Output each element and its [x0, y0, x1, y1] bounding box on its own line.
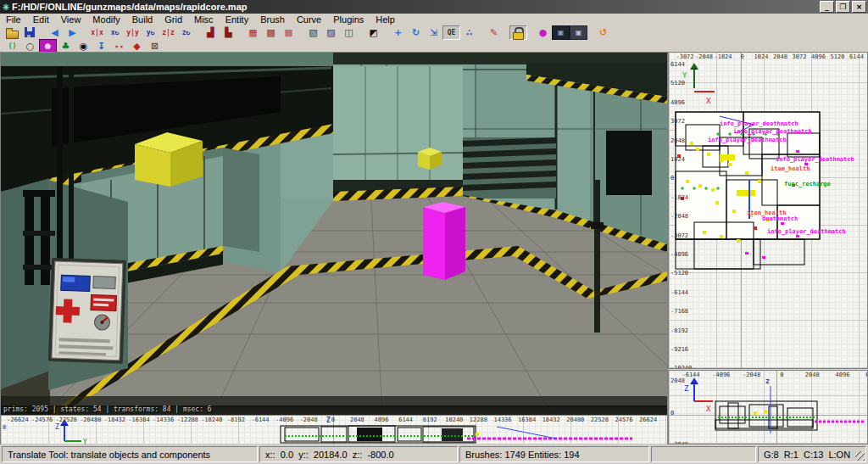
axis-label-z: Z [55, 423, 59, 431]
menu-item[interactable]: Brush [254, 14, 291, 25]
toolbar-row-2: ()○●♣◉↧▸◂◆⊠ [0, 40, 868, 52]
resize-tool-button[interactable]: ⇲ [425, 25, 442, 40]
csg-subtract-button[interactable]: ▟ [202, 25, 220, 40]
shader-edit-button[interactable]: ▣ [552, 25, 570, 40]
toolbar-separator [587, 26, 594, 39]
texture-lock-button[interactable] [509, 25, 527, 40]
menu-item[interactable]: Edit [27, 14, 55, 25]
window-controls: _❐× [820, 1, 868, 13]
translate-tool-button[interactable]: + [389, 25, 407, 40]
side-2d-view[interactable]: Z X z -6144-4096-20480204840966144 [668, 370, 868, 444]
title-bar: ✳ F:/HD/F/ONLINE/gunzmaps/data/maps/rapi… [0, 0, 868, 14]
entity-label-layer: info_player_deathmatchinfo_player_deathm… [669, 53, 867, 368]
selection-block-button[interactable]: ■ [280, 25, 298, 40]
toolbar-separator [527, 26, 534, 39]
status-spare [651, 446, 756, 462]
toolbar-separator [298, 26, 304, 39]
toolbar-separator [358, 26, 364, 39]
status-coordinates: x:: 0.0 y:: 20184.0 z:: -800.0 [259, 446, 458, 462]
close-button[interactable]: × [852, 1, 866, 13]
clip-diamond-button[interactable]: ◆ [128, 39, 146, 53]
entity-label: info_player_deathmatch [720, 120, 798, 127]
entity-label: deathmatch [762, 215, 798, 222]
undo-button[interactable]: ◀ [46, 25, 64, 40]
menu-item[interactable]: Curve [291, 14, 327, 25]
flip-x-button[interactable]: x|x [88, 25, 106, 40]
toolbar-separator [503, 26, 509, 39]
menu-item[interactable]: Entity [220, 14, 255, 25]
entity-label: info_player_deathmatch [733, 128, 812, 135]
menu-item[interactable]: File [0, 14, 27, 25]
rotate-tool-button[interactable]: ↻ [407, 25, 425, 40]
menu-item[interactable]: Plugins [327, 14, 370, 25]
axis-label-y: Y [83, 439, 87, 444]
noclip-button[interactable]: ⊠ [146, 39, 164, 53]
z-axis-marker: z [765, 377, 770, 385]
view-cube-xy-button[interactable]: ▧ [304, 25, 322, 40]
scale-tool-button[interactable]: ∴ [460, 25, 478, 40]
menu-bar: FileEditViewModifyBuildGridMiscEntityBru… [0, 14, 868, 25]
camera-viewport[interactable]: prims: 2095 | states: 54 | transforms: 8… [0, 52, 668, 416]
entity-label: info_player_deathmatch [767, 228, 846, 235]
entity-label: item_health [771, 165, 810, 172]
toolbar-separator [81, 26, 88, 39]
bottom-view-map: Z Y [1, 416, 667, 444]
select-touching-button[interactable]: ▦ [244, 25, 262, 40]
menu-item[interactable]: Grid [159, 14, 188, 25]
z-axis-marker: Z [326, 416, 331, 424]
curve-swirl-button[interactable]: ↺ [594, 25, 612, 40]
select-inside-button[interactable]: ▩ [262, 25, 280, 40]
entity-label: func_recharge [784, 181, 831, 187]
model-browser-button[interactable]: ♣ [57, 39, 75, 53]
axis-label-z: Z [684, 384, 689, 393]
toolbar-separator [195, 26, 202, 39]
status-bar: Translate Tool: translate objects and co… [0, 444, 868, 464]
vertex-mode-button[interactable]: ○ [21, 39, 39, 53]
bottom-2d-view[interactable]: Z Y Z -26624-24576-22528-20480-18432-163… [0, 415, 668, 445]
rotate-z-button[interactable]: z↻ [177, 25, 195, 40]
status-tool: Translate Tool: translate objects and co… [2, 446, 258, 462]
entity-label: info_player_deathmatch [776, 156, 854, 163]
view-cube-xz-button[interactable]: ▨ [322, 25, 340, 40]
view-cube-yz-button[interactable]: ◫ [340, 25, 358, 40]
mirror-split-button[interactable]: ▸◂ [110, 39, 128, 53]
save-button[interactable] [21, 25, 39, 40]
window-title: F:/HD/F/ONLINE/gunzmaps/data/maps/rapidc… [12, 2, 820, 12]
redo-button[interactable]: ▶ [64, 25, 81, 40]
media-browser-button[interactable]: ▣ [570, 25, 587, 40]
patch-toggle-button[interactable]: () [3, 39, 21, 53]
toolbar-separator [237, 26, 244, 39]
axis-label-x: X [706, 405, 711, 413]
render-stats: prims: 2095 | states: 54 | transforms: 8… [3, 405, 212, 413]
application-window: ✳ F:/HD/F/ONLINE/gunzmaps/data/maps/rapi… [0, 0, 868, 464]
rotate-y-button[interactable]: y↻ [142, 25, 159, 40]
entity-label: info_player_deathmatch [708, 137, 787, 143]
toolbar-separator [39, 26, 46, 39]
app-icon: ✳ [0, 3, 12, 12]
flip-y-button[interactable]: y|y [124, 25, 142, 40]
menu-item[interactable]: Misc [188, 14, 220, 25]
open-file-button[interactable] [3, 25, 21, 40]
drop-entity-button[interactable]: ↧ [92, 39, 110, 53]
menu-item[interactable]: Modify [86, 14, 125, 25]
menu-item[interactable]: Build [126, 14, 159, 25]
menu-item[interactable]: Help [370, 14, 401, 25]
camera-inspector-button[interactable]: ◉ [75, 39, 92, 53]
main-area: prims: 2095 | states: 54 | transforms: 8… [0, 52, 868, 415]
flip-z-button[interactable]: z|z [159, 25, 177, 40]
right-panel: Y X [668, 52, 868, 444]
brush-paint-button[interactable]: ✎ [485, 25, 503, 40]
csg-merge-button[interactable]: ▙ [220, 25, 237, 40]
sphere-tool-button[interactable]: ● [534, 25, 552, 40]
texture-browser-button[interactable]: ● [39, 39, 57, 53]
texture-mode-button[interactable]: ◩ [364, 25, 382, 40]
status-counts: Brushes: 1749 Entities: 194 [459, 446, 649, 462]
rotate-x-button[interactable]: x↻ [106, 25, 124, 40]
qe-coupled-view-button[interactable]: QE [442, 25, 460, 40]
camera-scene [1, 53, 667, 416]
restore-button[interactable]: ❐ [836, 1, 850, 13]
toolbar-separator [382, 26, 389, 39]
menu-item[interactable]: View [55, 14, 87, 25]
minimize-button[interactable]: _ [820, 1, 834, 13]
top-2d-view[interactable]: Y X [668, 52, 868, 369]
